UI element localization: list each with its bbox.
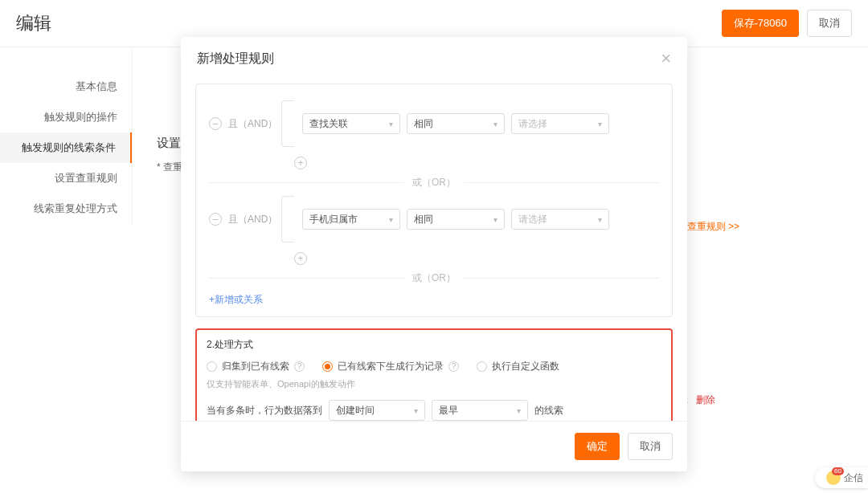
value-select[interactable]: 请选择▾ [511,113,609,134]
operator-select[interactable]: 相同▾ [407,209,505,230]
modal-footer: 确定 取消 [181,421,687,471]
bracket-icon [281,196,294,242]
multi-prefix: 当有多条时，行为数据落到 [207,404,322,418]
chevron-down-icon: ▾ [598,120,602,128]
modal-overlay: 新增处理规则 × − 且（AND） 查找关联▾ 相同▾ [0,0,868,493]
chevron-down-icon: ▾ [389,215,393,224]
radio-icon [207,361,217,372]
multi-row: 当有多条时，行为数据落到 创建时间▾ 最早▾ 的线索 [207,400,661,421]
processing-hint: 仅支持智能表单、Openapi的触发动作 [207,378,661,390]
condition-row: 查找关联▾ 相同▾ 请选择▾ [302,113,659,134]
chevron-down-icon: ▾ [598,215,602,224]
modal-title: 新增处理规则 [197,51,274,67]
qixin-widget[interactable]: 60 企信 [815,467,868,488]
qixin-label: 企信 [844,471,863,485]
field-select[interactable]: 查找关联▾ [302,113,400,134]
close-icon[interactable]: × [661,50,671,67]
and-label: 且（AND） [228,117,277,131]
rule-conditions-box: − 且（AND） 查找关联▾ 相同▾ 请选择▾ + 或（OR） [195,84,673,317]
and-label: 且（AND） [228,213,277,226]
chevron-down-icon: ▾ [389,120,393,128]
condition-group-2: − 且（AND） 手机归属市▾ 相同▾ 请选择▾ [209,196,659,242]
remove-condition-button[interactable]: − [209,213,222,226]
radio-icon [477,361,487,372]
chevron-down-icon: ▾ [493,215,497,224]
modal-header: 新增处理规则 × [181,37,687,75]
processing-method-box: 2.处理方式 归集到已有线索 ? 已有线索下生成行为记录 ? 执行自定义函 [195,328,673,421]
or-divider: 或（OR） [209,176,659,189]
field-select[interactable]: 手机归属市▾ [302,209,400,230]
chevron-down-icon: ▾ [517,406,521,415]
operator-select[interactable]: 相同▾ [407,113,505,134]
chevron-down-icon: ▾ [414,406,418,415]
condition-row: 手机归属市▾ 相同▾ 请选择▾ [302,209,659,230]
confirm-button[interactable]: 确定 [575,433,620,460]
multi-suffix: 的线索 [534,404,563,418]
qixin-count-badge: 60 [832,467,844,475]
radio-custom-function[interactable]: 执行自定义函数 [477,360,559,373]
chevron-down-icon: ▾ [493,120,497,128]
order-select[interactable]: 最早▾ [432,400,528,421]
qixin-icon: 60 [826,471,841,485]
modal: 新增处理规则 × − 且（AND） 查找关联▾ 相同▾ [181,37,687,471]
bracket-icon [281,100,294,147]
time-field-select[interactable]: 创建时间▾ [329,400,425,421]
radio-icon [322,361,333,372]
radio-merge-to-existing[interactable]: 归集到已有线索 ? [207,360,305,373]
or-divider: 或（OR） [209,271,659,285]
add-condition-button[interactable]: + [294,252,307,265]
help-icon[interactable]: ? [448,361,459,372]
remove-condition-button[interactable]: − [209,117,222,130]
processing-section-label: 2.处理方式 [207,338,661,352]
processing-radio-row: 归集到已有线索 ? 已有线索下生成行为记录 ? 执行自定义函数 [207,360,661,373]
add-condition-button[interactable]: + [294,157,307,169]
and-label-col: − 且（AND） [209,213,281,226]
value-select[interactable]: 请选择▾ [511,209,609,230]
condition-group-1: − 且（AND） 查找关联▾ 相同▾ 请选择▾ [209,100,659,147]
modal-body: − 且（AND） 查找关联▾ 相同▾ 请选择▾ + 或（OR） [181,75,687,421]
and-label-col: − 且（AND） [209,117,281,131]
help-icon[interactable]: ? [294,361,305,372]
modal-cancel-button[interactable]: 取消 [628,433,673,460]
add-or-relation-link[interactable]: +新增或关系 [209,293,659,307]
radio-generate-behavior-record[interactable]: 已有线索下生成行为记录 ? [322,360,459,373]
